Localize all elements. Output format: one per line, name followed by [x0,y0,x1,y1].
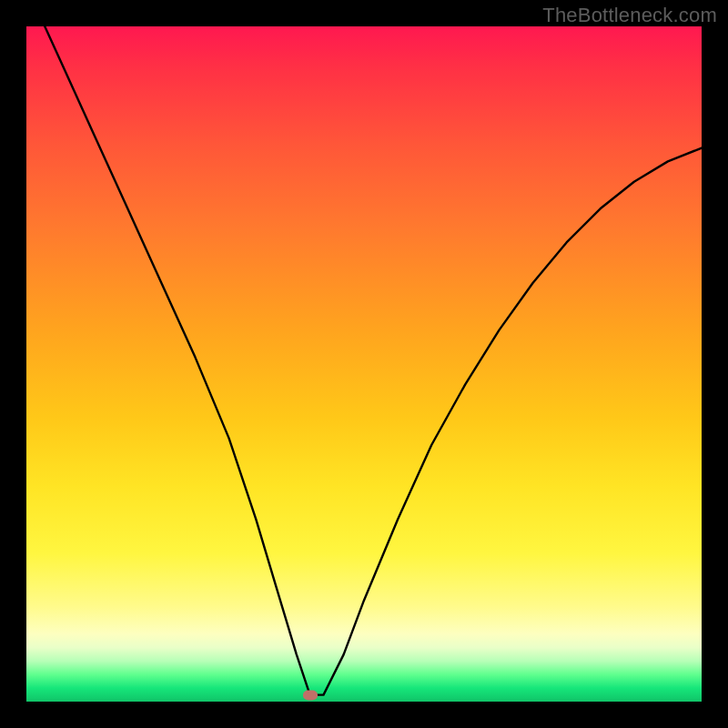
optimal-point-marker [303,690,318,700]
watermark-text: TheBottleneck.com [542,4,717,27]
chart-container: TheBottleneck.com [0,0,728,728]
plot-area [26,26,702,702]
bottleneck-curve [26,26,702,702]
